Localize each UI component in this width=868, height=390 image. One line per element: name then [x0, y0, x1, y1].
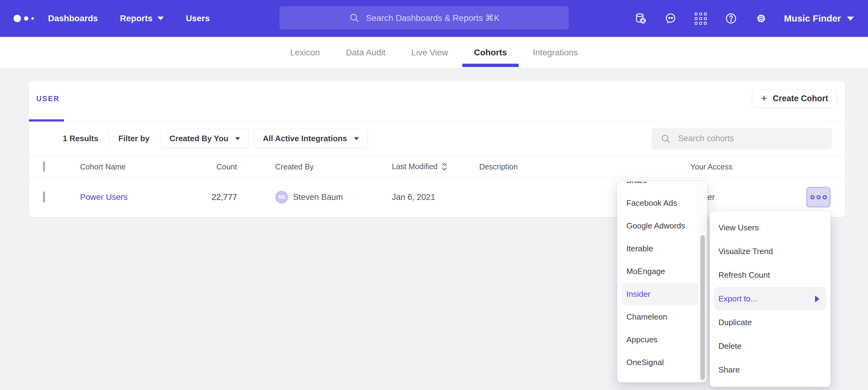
export-to-submenu: Braze Facebook Ads Google Adwords Iterab… — [617, 182, 707, 382]
results-count: 1 Results — [63, 134, 98, 143]
sort-icon[interactable] — [441, 162, 447, 172]
submenu-item-insider[interactable]: Insider — [622, 283, 702, 305]
search-cohorts-input[interactable]: Search cohorts — [652, 128, 832, 150]
row-context-menu: View Users Visualize Trend Refresh Count… — [710, 211, 831, 387]
row-checkbox[interactable] — [43, 192, 45, 203]
chevron-down-icon — [354, 137, 359, 140]
submenu-item-moengage[interactable]: MoEngage — [617, 260, 707, 283]
tab-label: Live View — [411, 48, 448, 58]
submenu-item-appcues[interactable]: Appcues — [617, 328, 707, 351]
column-header-description[interactable]: Description — [479, 162, 518, 171]
submenu-item-iterable[interactable]: Iterable — [617, 237, 707, 260]
integrations-filter-dropdown[interactable]: All Active Integrations — [254, 129, 368, 149]
nav-item-reports[interactable]: Reports — [120, 13, 164, 23]
tab-live-view[interactable]: Live View — [399, 37, 460, 68]
column-header-created-by[interactable]: Created By — [275, 162, 314, 171]
apps-grid-icon[interactable] — [693, 11, 708, 26]
menu-item-delete[interactable]: Delete — [710, 334, 831, 358]
column-header-label: Last Modified — [392, 162, 438, 171]
help-icon[interactable] — [724, 11, 738, 26]
creator-name: Steven Baum — [293, 193, 343, 202]
cohorts-card: USER + Create Cohort 1 Results Filter by… — [29, 81, 845, 217]
created-by-cell: SB Steven Baum — [275, 191, 343, 204]
create-cohort-label: Create Cohort — [773, 94, 828, 103]
mixpanel-logo-icon[interactable] — [13, 15, 41, 22]
navbar-right: Music Finder — [633, 0, 868, 37]
project-switcher[interactable]: Music Finder — [784, 13, 854, 24]
global-search-input[interactable]: Search Dashboards & Reports ⌘K — [279, 6, 569, 30]
settings-gear-icon[interactable] — [754, 11, 769, 26]
cohort-count: 22,777 — [152, 193, 237, 202]
feedback-icon[interactable] — [663, 11, 678, 26]
avatar: SB — [275, 191, 288, 204]
submenu-item-onesignal[interactable]: OneSignal — [617, 351, 707, 374]
table-row: Power Users 22,777 SB Steven Baum Jan 6,… — [29, 177, 845, 217]
section-tabbar: Lexicon Data Audit Live View Cohorts Int… — [0, 37, 868, 69]
ellipsis-icon — [810, 195, 814, 199]
search-icon — [660, 133, 671, 144]
filter-row: 1 Results Filter by Created By You All A… — [29, 122, 845, 156]
nav-item-label: Users — [186, 13, 210, 23]
user-type-tab-label: USER — [36, 95, 60, 103]
top-navbar: Dashboards Reports Users Search Dashboar… — [0, 0, 868, 37]
select-all-checkbox[interactable] — [43, 161, 45, 172]
menu-item-refresh-count[interactable]: Refresh Count — [710, 263, 831, 287]
submenu-arrow-icon — [815, 296, 819, 302]
column-header-last-modified[interactable]: Last Modified — [392, 162, 447, 172]
tab-label: Lexicon — [290, 48, 320, 58]
nav-item-dashboards[interactable]: Dashboards — [48, 13, 98, 23]
global-search-placeholder: Search Dashboards & Reports ⌘K — [366, 13, 500, 23]
menu-item-export-to[interactable]: Export to... — [714, 287, 826, 311]
nav-item-label: Dashboards — [48, 13, 98, 23]
chevron-down-icon — [158, 17, 164, 20]
created-by-filter-dropdown[interactable]: Created By You — [161, 129, 249, 149]
search-cohorts-placeholder: Search cohorts — [678, 134, 734, 143]
user-type-tab[interactable]: USER — [36, 95, 60, 103]
active-tab-underline — [462, 64, 519, 67]
column-header-your-access[interactable]: Your Access — [690, 162, 733, 171]
nav-item-label: Reports — [120, 13, 153, 23]
project-name: Music Finder — [784, 13, 841, 24]
menu-item-share[interactable]: Share — [710, 358, 831, 382]
submenu-item-facebook-ads[interactable]: Facebook Ads — [617, 192, 707, 215]
tab-label: Cohorts — [474, 48, 507, 58]
column-header-cohort-name[interactable]: Cohort Name — [80, 162, 126, 171]
search-icon — [349, 12, 360, 23]
data-pipeline-icon[interactable] — [633, 11, 648, 26]
cohorts-page: Dashboards Reports Users Search Dashboar… — [0, 0, 868, 390]
cohort-name-link[interactable]: Power Users — [80, 193, 128, 202]
menu-item-view-users[interactable]: View Users — [710, 216, 831, 239]
nav-item-users[interactable]: Users — [186, 13, 210, 23]
plus-icon: + — [761, 93, 767, 103]
table-header-row: Cohort Name Count Created By Last Modifi… — [29, 156, 845, 177]
create-cohort-button[interactable]: + Create Cohort — [752, 90, 837, 108]
chevron-down-icon — [235, 137, 240, 140]
tab-data-audit[interactable]: Data Audit — [333, 37, 398, 68]
main-nav: Dashboards Reports Users — [48, 13, 210, 23]
last-modified-value: Jan 6, 2021 — [392, 193, 435, 202]
tab-label: Integrations — [533, 48, 578, 58]
column-header-count[interactable]: Count — [152, 162, 237, 171]
cohorts-card-header: USER + Create Cohort — [29, 81, 845, 122]
tab-label: Data Audit — [346, 48, 385, 58]
dropdown-label: All Active Integrations — [263, 134, 347, 143]
more-options-button[interactable] — [806, 187, 831, 207]
menu-item-visualize-trend[interactable]: Visualize Trend — [710, 239, 831, 263]
menu-item-label: Export to... — [718, 294, 757, 303]
submenu-item-braze[interactable]: Braze — [617, 182, 707, 192]
tab-integrations[interactable]: Integrations — [521, 37, 590, 68]
chevron-down-icon — [847, 17, 854, 21]
submenu-item-chameleon[interactable]: Chameleon — [617, 305, 707, 328]
submenu-item-google-adwords[interactable]: Google Adwords — [617, 215, 707, 237]
dropdown-label: Created By You — [169, 134, 228, 143]
filter-by-label: Filter by — [119, 134, 150, 143]
user-tab-underline — [29, 119, 64, 122]
tab-lexicon[interactable]: Lexicon — [278, 37, 333, 68]
submenu-scrollbar-track[interactable] — [698, 182, 707, 382]
tab-cohorts[interactable]: Cohorts — [462, 37, 519, 68]
submenu-scrollbar-thumb[interactable] — [700, 235, 705, 380]
menu-item-duplicate[interactable]: Duplicate — [710, 311, 831, 334]
